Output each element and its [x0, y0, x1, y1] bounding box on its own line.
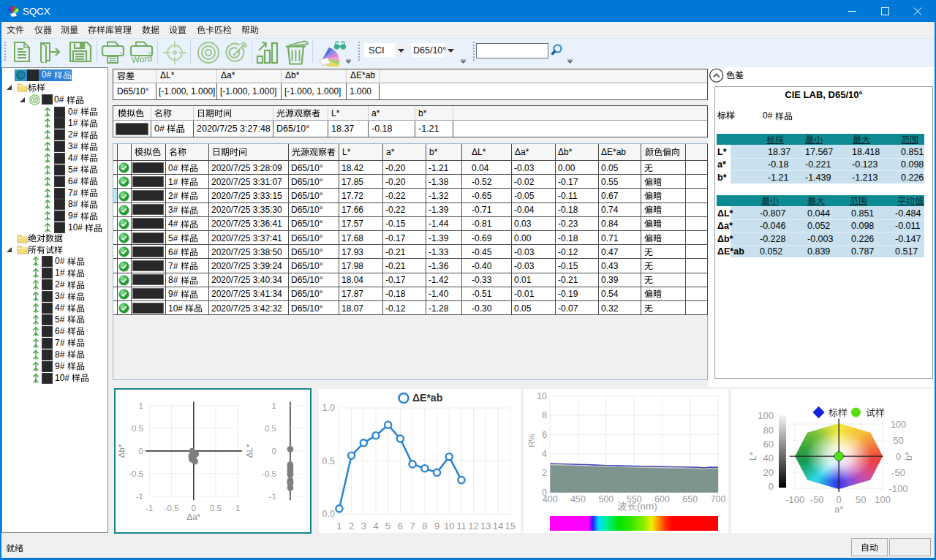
- svg-text:0.5: 0.5: [322, 456, 335, 466]
- svg-text:-50: -50: [810, 494, 824, 505]
- svg-text:5: 5: [385, 521, 390, 531]
- svg-text:2: 2: [542, 468, 547, 478]
- svg-text:10: 10: [444, 521, 454, 531]
- svg-text:0.5: 0.5: [265, 424, 276, 433]
- svg-text:650: 650: [682, 494, 698, 504]
- svg-text:0: 0: [271, 447, 276, 455]
- svg-text:20: 20: [763, 467, 774, 478]
- svg-text:6: 6: [398, 521, 403, 531]
- svg-text:ΔL*: ΔL*: [245, 444, 254, 458]
- svg-text:450: 450: [570, 494, 586, 504]
- svg-text:50: 50: [856, 494, 866, 505]
- svg-text:8: 8: [422, 521, 427, 531]
- svg-text:14: 14: [493, 521, 503, 531]
- svg-text:1.0: 1.0: [322, 403, 335, 413]
- svg-text:10: 10: [537, 391, 547, 401]
- svg-text:100: 100: [891, 419, 907, 430]
- svg-text:0: 0: [139, 447, 143, 455]
- svg-text:7: 7: [410, 521, 415, 531]
- svg-text:1: 1: [271, 401, 276, 410]
- svg-text:-50: -50: [891, 467, 905, 478]
- svg-text:9: 9: [434, 521, 439, 531]
- svg-text:a*: a*: [834, 504, 843, 515]
- svg-text:12: 12: [468, 521, 478, 531]
- svg-text:0.5: 0.5: [132, 424, 143, 433]
- svg-text:1: 1: [139, 401, 143, 410]
- svg-text:80: 80: [763, 425, 774, 436]
- svg-text:8: 8: [542, 410, 547, 420]
- svg-text:-1: -1: [269, 492, 276, 501]
- svg-text:Δb*: Δb*: [117, 444, 126, 458]
- svg-text:b*: b*: [904, 452, 914, 461]
- svg-text:40: 40: [763, 453, 774, 463]
- svg-text:3: 3: [361, 521, 366, 531]
- svg-text:-1: -1: [136, 492, 143, 501]
- svg-text:6: 6: [542, 430, 547, 440]
- svg-text:500: 500: [598, 494, 614, 504]
- svg-text:100: 100: [875, 494, 891, 505]
- svg-text:0.5: 0.5: [210, 504, 222, 512]
- svg-text:-0.5: -0.5: [165, 504, 179, 512]
- svg-text:4: 4: [373, 521, 378, 531]
- svg-text:-0.5: -0.5: [129, 469, 143, 478]
- svg-text:50: 50: [893, 435, 903, 446]
- svg-text:0.0: 0.0: [322, 509, 335, 519]
- svg-text:-100: -100: [888, 483, 907, 494]
- svg-text:60: 60: [763, 439, 774, 450]
- svg-text:11: 11: [456, 521, 467, 531]
- svg-text:-0.5: -0.5: [262, 469, 276, 478]
- svg-text:0: 0: [769, 481, 774, 492]
- svg-text:Δa*: Δa*: [187, 512, 201, 521]
- svg-text:4: 4: [542, 449, 547, 459]
- svg-text:400: 400: [543, 494, 558, 504]
- svg-text:100: 100: [758, 410, 774, 421]
- svg-text:15: 15: [505, 521, 515, 531]
- svg-text:L*: L*: [748, 452, 758, 461]
- svg-text:1: 1: [235, 504, 240, 512]
- svg-text:13: 13: [480, 521, 491, 531]
- svg-text:2: 2: [349, 521, 354, 531]
- svg-text:700: 700: [711, 494, 726, 504]
- svg-text:R%: R%: [527, 434, 536, 447]
- svg-text:-1: -1: [146, 504, 153, 512]
- svg-text:1: 1: [336, 521, 341, 531]
- svg-text:Word: Word: [131, 53, 153, 65]
- svg-text:0: 0: [192, 504, 196, 512]
- svg-text:0: 0: [896, 451, 901, 462]
- svg-text:-100: -100: [785, 494, 804, 505]
